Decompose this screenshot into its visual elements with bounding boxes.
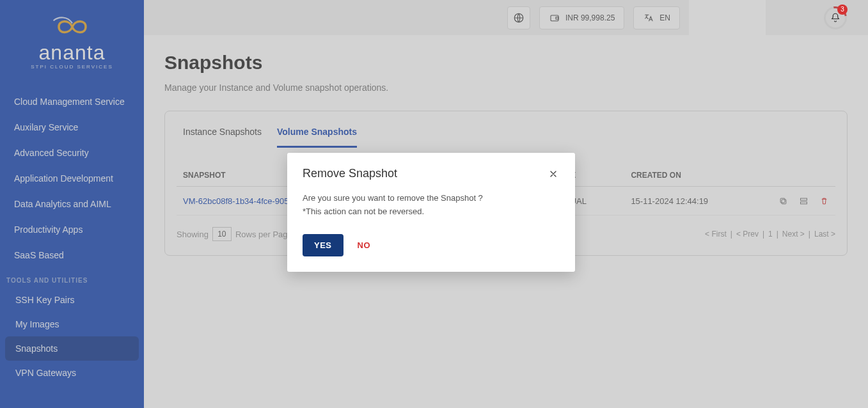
modal-close-button[interactable] — [547, 168, 560, 180]
confirm-no-button[interactable]: NO — [358, 240, 371, 250]
modal-message-line1: Are you sure you want to remove the Snap… — [303, 192, 560, 205]
confirm-yes-button[interactable]: YES — [303, 234, 343, 256]
remove-snapshot-modal: Remove Snapshot Are you sure you want to… — [287, 153, 575, 272]
modal-message-line2: *This action can not be reversed. — [303, 205, 560, 219]
notification-count-badge: 3 — [837, 4, 848, 15]
modal-title: Remove Snapshot — [303, 167, 397, 180]
